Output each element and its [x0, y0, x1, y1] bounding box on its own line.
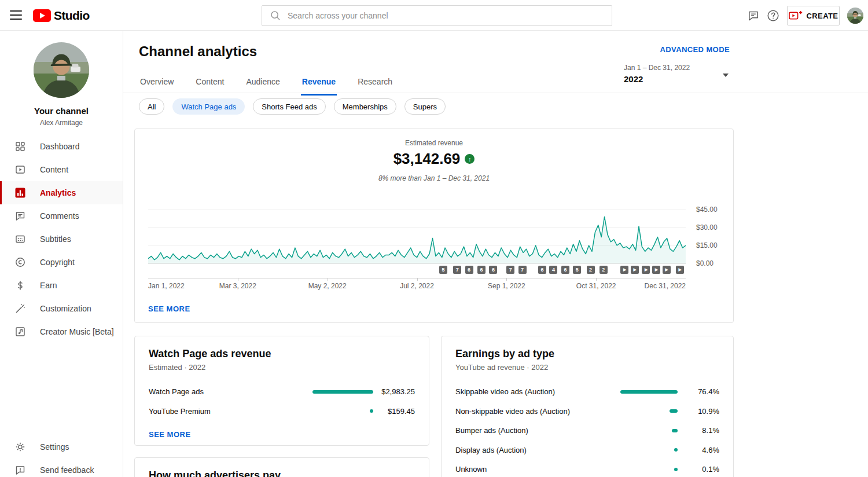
search-input[interactable] — [288, 11, 604, 20]
sidebar-item-label: Content — [40, 165, 68, 174]
ad-type-rows: Skippable video ads (Auction)76.4%Non-sk… — [442, 382, 733, 477]
create-button-label: CREATE — [807, 12, 838, 20]
video-marker-count[interactable]: 7 — [453, 266, 461, 274]
date-range-label: 2022 — [624, 74, 730, 84]
video-marker-play-icon[interactable]: ▶ — [620, 266, 628, 274]
video-marker-count[interactable]: 6 — [489, 266, 497, 274]
chip-all[interactable]: All — [139, 98, 164, 115]
stat-value: 76.4% — [678, 387, 719, 396]
copyright-icon — [14, 256, 26, 268]
tabs-divider — [123, 93, 868, 93]
x-axis-tick — [328, 278, 328, 281]
stat-value-bar — [670, 409, 678, 413]
stat-value-bar — [312, 390, 373, 394]
stat-label: Bumper ads (Auction) — [455, 426, 579, 435]
card-title: How much advertisers pay — [135, 458, 429, 477]
x-axis-label: Mar 3, 2022 — [219, 282, 256, 290]
customization-icon — [14, 303, 26, 314]
stat-value: $2,983.25 — [373, 387, 415, 396]
tab-content[interactable]: Content — [194, 72, 225, 96]
video-marker-count[interactable]: 6 — [561, 266, 569, 274]
chevron-down-icon — [723, 74, 729, 80]
chart-see-more-link[interactable]: SEE MORE — [148, 304, 190, 313]
comments-icon — [14, 210, 26, 222]
sidebar-item-label: Creator Music [Beta] — [40, 327, 114, 336]
card-subtitle: Estimated · 2022 — [135, 360, 429, 372]
sidebar-item-customization[interactable]: Customization — [0, 297, 123, 320]
chip-watch-page-ads[interactable]: Watch Page ads — [172, 98, 245, 115]
card-subtitle: YouTube ad revenue · 2022 — [442, 360, 733, 372]
revenue-line-chart[interactable] — [148, 210, 686, 263]
video-marker-count[interactable]: 6 — [477, 266, 486, 274]
stat-bar-zone — [579, 468, 678, 471]
chip-memberships[interactable]: Memberships — [334, 98, 396, 115]
page-title: Channel analytics — [139, 43, 257, 60]
feedback-bubble-icon[interactable] — [747, 9, 760, 22]
y-axis-label: $45.00 — [696, 206, 718, 214]
video-marker-count[interactable]: 5 — [439, 266, 447, 274]
video-marker-count[interactable]: 2 — [587, 266, 595, 274]
stat-value: $159.45 — [373, 407, 415, 416]
sidebar-item-label: Settings — [40, 442, 69, 452]
video-marker-count[interactable]: 2 — [599, 266, 608, 274]
tab-overview[interactable]: Overview — [139, 72, 175, 96]
video-marker-play-icon[interactable]: ▶ — [663, 266, 671, 274]
sidebar-item-creator-music[interactable]: Creator Music [Beta] — [0, 320, 123, 343]
video-marker-play-icon[interactable]: ▶ — [652, 266, 660, 274]
date-range-text: Jan 1 – Dec 31, 2022 — [624, 64, 730, 72]
video-marker-count[interactable]: 5 — [573, 266, 581, 274]
watch-card-see-more-link[interactable]: SEE MORE — [149, 430, 191, 439]
video-marker-count[interactable]: 4 — [549, 266, 557, 274]
revenue-filter-chips: AllWatch Page adsShorts Feed adsMembersh… — [139, 98, 446, 115]
feedback-icon — [14, 464, 26, 476]
create-button[interactable]: CREATE — [787, 6, 840, 25]
analytics-icon — [14, 187, 26, 199]
stat-row: Unknown0.1% — [442, 460, 733, 477]
search-bar[interactable] — [262, 5, 612, 26]
sidebar-item-dashboard[interactable]: Dashboard — [0, 135, 123, 158]
stat-value: 8.1% — [678, 426, 719, 435]
video-marker-play-icon[interactable]: ▶ — [676, 266, 684, 274]
advanced-mode-link[interactable]: ADVANCED MODE — [660, 45, 730, 54]
advertisers-pay-card: How much advertisers pay — [134, 457, 429, 477]
stat-value-bar — [672, 429, 678, 432]
youtube-studio-logo[interactable]: Studio — [33, 9, 90, 23]
sidebar-item-settings[interactable]: Settings — [0, 435, 123, 458]
video-marker-count[interactable]: 6 — [465, 266, 473, 274]
stat-label: Unknown — [455, 465, 579, 474]
card-title: Watch Page ads revenue — [135, 336, 429, 360]
sidebar-item-label: Earn — [40, 281, 57, 290]
stat-bar-zone — [275, 390, 373, 394]
content-icon — [14, 164, 26, 175]
x-axis-labels: Jan 1, 2022Mar 3, 2022May 2, 2022Jul 2, … — [148, 282, 686, 290]
video-marker-count[interactable]: 7 — [518, 266, 527, 274]
help-icon[interactable] — [767, 9, 779, 22]
channel-avatar[interactable] — [34, 42, 89, 98]
sidebar-footer: SettingsSend feedback — [0, 435, 123, 477]
sidebar-item-comments[interactable]: Comments — [0, 204, 123, 228]
menu-icon[interactable] — [10, 10, 22, 20]
chip-supers[interactable]: Supers — [404, 98, 446, 115]
tab-audience[interactable]: Audience — [245, 72, 281, 96]
sidebar-item-analytics[interactable]: Analytics — [0, 181, 123, 204]
sidebar-item-content[interactable]: Content — [0, 158, 123, 181]
video-marker-play-icon[interactable]: ▶ — [642, 266, 650, 274]
chip-shorts-feed-ads[interactable]: Shorts Feed ads — [253, 98, 325, 115]
x-axis-tick — [417, 278, 418, 281]
sidebar-item-subtitles[interactable]: Subtitles — [0, 228, 123, 251]
video-marker-play-icon[interactable]: ▶ — [631, 266, 639, 274]
tab-revenue[interactable]: Revenue — [301, 72, 337, 96]
account-avatar[interactable] — [847, 8, 863, 24]
sidebar-item-label: Copyright — [40, 258, 75, 267]
video-marker-count[interactable]: 6 — [538, 266, 546, 274]
video-marker-count[interactable]: 7 — [506, 266, 514, 274]
x-axis-label: Jan 1, 2022 — [148, 282, 185, 290]
sidebar-item-send-feedback[interactable]: Send feedback — [0, 458, 123, 477]
main-content: Channel analytics ADVANCED MODE Overview… — [123, 31, 868, 477]
tab-research[interactable]: Research — [356, 72, 393, 96]
sidebar-item-copyright[interactable]: Copyright — [0, 251, 123, 274]
y-axis-label: $15.00 — [696, 241, 718, 249]
date-range-picker[interactable]: Jan 1 – Dec 31, 2022 2022 — [624, 64, 730, 84]
sidebar-item-earn[interactable]: Earn — [0, 274, 123, 297]
stat-row: YouTube Premium$159.45 — [135, 402, 429, 421]
